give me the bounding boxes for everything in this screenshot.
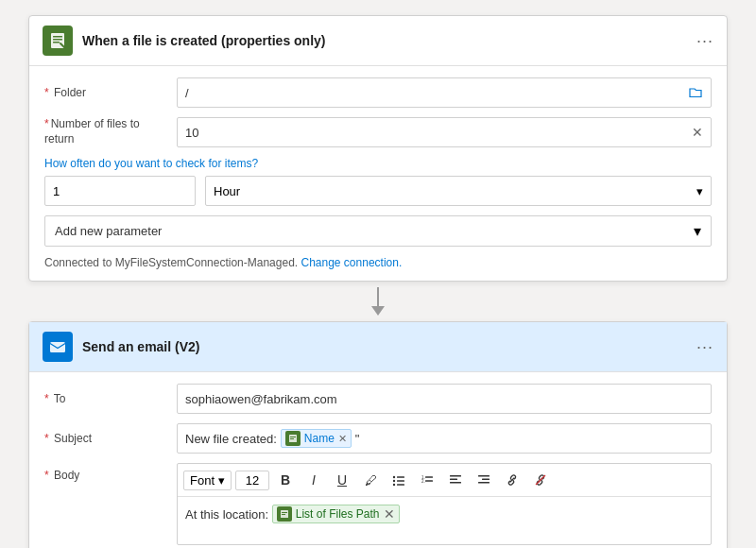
files-row: *Number of files toreturn 10 ✕ bbox=[44, 117, 712, 147]
trigger-card-body: * Folder / *Number of files toreturn bbox=[29, 66, 727, 281]
body-input[interactable]: Font ▾ 12 B I U 🖊 bbox=[177, 463, 712, 545]
svg-text:2.: 2. bbox=[421, 479, 425, 484]
subject-tag: Name ✕ bbox=[281, 429, 352, 448]
folder-icon bbox=[688, 85, 703, 100]
svg-rect-9 bbox=[397, 476, 404, 477]
svg-rect-3 bbox=[53, 42, 60, 43]
svg-rect-19 bbox=[450, 479, 457, 481]
ordered-list-button[interactable]: 1. 2. bbox=[415, 468, 439, 492]
action-menu-button[interactable]: ··· bbox=[696, 337, 713, 357]
trigger-icon bbox=[43, 26, 73, 56]
underline-button[interactable]: U bbox=[330, 468, 354, 492]
body-toolbar: Font ▾ 12 B I U 🖊 bbox=[178, 464, 711, 497]
font-select[interactable]: Font ▾ bbox=[183, 471, 232, 490]
svg-rect-2 bbox=[53, 39, 62, 41]
unordered-list-button[interactable] bbox=[387, 468, 411, 492]
italic-button[interactable]: I bbox=[301, 468, 326, 492]
action-title: Send an email (V2) bbox=[82, 339, 687, 354]
subject-row: * Subject New file created: Nam bbox=[44, 423, 712, 454]
svg-rect-1 bbox=[53, 36, 62, 38]
action-icon bbox=[43, 332, 73, 362]
folder-label: * Folder bbox=[44, 86, 167, 99]
svg-rect-7 bbox=[290, 438, 294, 439]
svg-point-10 bbox=[393, 480, 395, 482]
files-label: *Number of files toreturn bbox=[44, 117, 167, 146]
tag-file-icon bbox=[285, 431, 301, 446]
chevron-down-icon: ▾ bbox=[696, 184, 703, 198]
trigger-change-connection-link[interactable]: Change connection. bbox=[301, 256, 402, 269]
to-input[interactable]: sophiaowen@fabrikam.com bbox=[177, 384, 712, 414]
unlink-button[interactable] bbox=[528, 468, 553, 492]
arrow-head bbox=[371, 306, 385, 316]
body-content[interactable]: At this location: List of Files Path bbox=[178, 497, 711, 544]
svg-rect-17 bbox=[425, 480, 433, 481]
to-label: * To bbox=[44, 392, 167, 405]
svg-point-8 bbox=[393, 476, 395, 478]
svg-rect-27 bbox=[282, 514, 285, 515]
trigger-connection-info: Connected to MyFileSystemConnection-Mana… bbox=[44, 256, 712, 269]
action-card: Send an email (V2) ··· * To sophiaowen@f… bbox=[28, 321, 728, 548]
freq-unit-select[interactable]: Hour ▾ bbox=[205, 176, 712, 206]
chevron-down-icon: ▾ bbox=[218, 473, 225, 488]
body-label: * Body bbox=[44, 463, 167, 482]
chevron-down-icon: ▾ bbox=[694, 222, 701, 240]
align-left-button[interactable] bbox=[443, 468, 468, 492]
arrow-connector bbox=[371, 287, 385, 316]
trigger-title: When a file is created (properties only) bbox=[82, 33, 687, 48]
freq-row: 1 Hour ▾ bbox=[44, 176, 712, 206]
svg-rect-13 bbox=[397, 484, 404, 485]
svg-rect-26 bbox=[282, 512, 287, 513]
folder-row: * Folder / bbox=[44, 77, 712, 108]
svg-rect-18 bbox=[450, 475, 461, 477]
subject-label: * Subject bbox=[44, 432, 167, 445]
subject-input[interactable]: New file created: Name ✕ " bbox=[177, 423, 712, 454]
svg-rect-21 bbox=[478, 475, 490, 477]
folder-input[interactable]: / bbox=[177, 77, 712, 108]
trigger-add-param-button[interactable]: Add new parameter ▾ bbox=[44, 215, 712, 247]
svg-rect-11 bbox=[397, 480, 404, 481]
highlight-button[interactable]: 🖊 bbox=[358, 468, 383, 492]
action-card-header: Send an email (V2) ··· bbox=[29, 322, 727, 372]
files-input[interactable]: 10 ✕ bbox=[177, 117, 712, 147]
freq-value-input[interactable]: 1 bbox=[44, 176, 196, 206]
align-right-button[interactable] bbox=[472, 468, 496, 492]
svg-rect-4 bbox=[50, 342, 65, 352]
svg-rect-6 bbox=[290, 437, 296, 437]
body-tag-icon bbox=[277, 506, 292, 522]
bold-button[interactable]: B bbox=[273, 468, 298, 492]
svg-point-12 bbox=[393, 484, 395, 486]
action-card-body: * To sophiaowen@fabrikam.com * Subject N… bbox=[29, 372, 727, 548]
font-size-input[interactable]: 12 bbox=[235, 471, 269, 490]
subject-tag-close[interactable]: ✕ bbox=[338, 433, 347, 445]
trigger-menu-button[interactable]: ··· bbox=[696, 31, 713, 51]
body-tag: List of Files Path ✕ bbox=[272, 505, 400, 523]
svg-rect-23 bbox=[478, 482, 490, 484]
svg-rect-22 bbox=[482, 479, 490, 481]
body-row: * Body Font ▾ 12 B I bbox=[44, 463, 712, 545]
arrow-line bbox=[377, 287, 379, 306]
body-tag-close[interactable]: ✕ bbox=[384, 506, 395, 522]
files-clear-button[interactable]: ✕ bbox=[692, 125, 703, 140]
main-container: When a file is created (properties only)… bbox=[28, 15, 728, 548]
freq-question: How often do you want to check for items… bbox=[44, 157, 712, 170]
link-button[interactable] bbox=[500, 468, 524, 492]
to-row: * To sophiaowen@fabrikam.com bbox=[44, 384, 712, 414]
trigger-card: When a file is created (properties only)… bbox=[28, 15, 728, 282]
trigger-card-header: When a file is created (properties only)… bbox=[29, 16, 727, 66]
svg-rect-15 bbox=[425, 476, 433, 477]
svg-rect-20 bbox=[450, 482, 461, 484]
